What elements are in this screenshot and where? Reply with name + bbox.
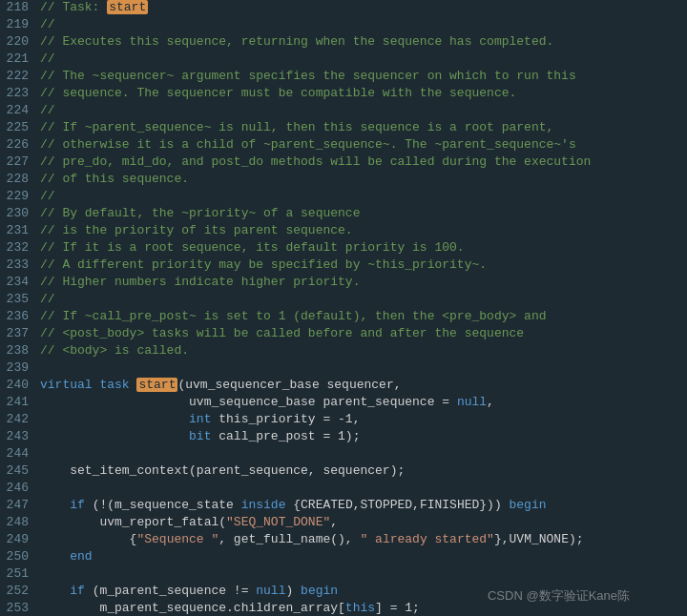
table-row: 232// If it is a root sequence, its defa… [0,240,687,257]
line-number: 232 [0,240,36,255]
line-number: 242 [0,412,36,426]
line-content: end [36,549,687,564]
line-content [36,360,687,375]
line-number: 221 [0,51,36,66]
line-number: 227 [0,154,36,169]
line-content: uvm_report_fatal("SEQ_NOT_DONE", [36,515,687,529]
line-number: 250 [0,549,36,564]
line-number: 229 [0,189,36,203]
line-number: 239 [0,360,36,375]
line-number: 240 [0,378,36,392]
code-editor: 218// Task: start219//220// Executes thi… [0,0,687,616]
line-number: 231 [0,223,36,237]
line-number: 225 [0,120,36,134]
line-number: 230 [0,206,36,220]
table-row: 218// Task: start [0,0,687,17]
line-content: // If ~parent_sequence~ is null, then th… [36,120,687,134]
table-row: 240virtual task start(uvm_sequencer_base… [0,378,687,395]
line-number: 235 [0,292,36,306]
table-row: 247 if (!(m_sequence_state inside {CREAT… [0,498,687,515]
line-content: // <post_body> tasks will be called befo… [36,326,687,340]
line-content: // If it is a root sequence, its default… [36,240,687,255]
table-row: 234// Higher numbers indicate higher pri… [0,275,687,292]
line-number: 248 [0,515,36,529]
line-content [36,481,687,495]
line-number: 251 [0,566,36,581]
line-content: // sequence. The sequencer must be compa… [36,86,687,100]
line-number: 236 [0,309,36,323]
table-row: 242 int this_priority = -1, [0,412,687,429]
line-content: // Higher numbers indicate higher priori… [36,275,687,289]
table-row: 241 uvm_sequence_base parent_sequence = … [0,395,687,412]
line-number: 233 [0,257,36,272]
table-row: 245 set_item_context(parent_sequence, se… [0,463,687,481]
line-content: uvm_sequence_base parent_sequence = null… [36,395,687,409]
code-lines: 218// Task: start219//220// Executes thi… [0,0,687,616]
line-content: if (m_parent_sequence != null) begin [36,584,687,598]
line-content: // pre_do, mid_do, and post_do methods w… [36,154,687,169]
line-number: 237 [0,326,36,340]
line-content: // A different priority may be specified… [36,257,687,272]
table-row: 223// sequence. The sequencer must be co… [0,86,687,103]
line-number: 218 [0,0,36,14]
table-row: 239 [0,360,687,378]
table-row: 222// The ~sequencer~ argument specifies… [0,69,687,86]
line-content: bit call_pre_post = 1); [36,429,687,443]
table-row: 246 [0,481,687,498]
table-row: 220// Executes this sequence, returning … [0,34,687,51]
line-number: 243 [0,429,36,443]
line-content: // [36,292,687,306]
line-content: {"Sequence ", get_full_name(), " already… [36,532,687,546]
table-row: 228// of this sequence. [0,172,687,189]
line-content: // If ~call_pre_post~ is set to 1 (defau… [36,309,687,323]
line-number: 226 [0,137,36,152]
table-row: 243 bit call_pre_post = 1); [0,429,687,446]
line-content: // The ~sequencer~ argument specifies th… [36,69,687,83]
table-row: 231// is the priority of its parent sequ… [0,223,687,240]
line-number: 241 [0,395,36,409]
table-row: 236// If ~call_pre_post~ is set to 1 (de… [0,309,687,326]
table-row: 238// <body> is called. [0,343,687,360]
table-row: 252 if (m_parent_sequence != null) begin [0,584,687,601]
line-number: 249 [0,532,36,546]
line-number: 252 [0,584,36,598]
line-content: // of this sequence. [36,172,687,186]
line-number: 234 [0,275,36,289]
table-row: 249 {"Sequence ", get_full_name(), " alr… [0,532,687,549]
line-number: 228 [0,172,36,186]
table-row: 248 uvm_report_fatal("SEQ_NOT_DONE", [0,515,687,532]
table-row: 221// [0,51,687,69]
table-row: 226// otherwise it is a child of ~parent… [0,137,687,154]
line-content: m_parent_sequence.children_array[this] =… [36,601,687,615]
table-row: 229// [0,189,687,206]
table-row: 233// A different priority may be specif… [0,257,687,275]
line-number: 246 [0,481,36,495]
table-row: 227// pre_do, mid_do, and post_do method… [0,154,687,172]
line-number: 247 [0,498,36,512]
line-content: // By default, the ~priority~ of a seque… [36,206,687,220]
line-number: 222 [0,69,36,83]
line-content: // [36,17,687,31]
table-row: 251 [0,566,687,584]
line-content: // Executes this sequence, returning whe… [36,34,687,49]
line-content: // <body> is called. [36,343,687,358]
line-content: // [36,51,687,66]
line-content: // otherwise it is a child of ~parent_se… [36,137,687,152]
line-content [36,566,687,581]
table-row: 230// By default, the ~priority~ of a se… [0,206,687,223]
line-number: 253 [0,601,36,615]
line-content: // is the priority of its parent sequenc… [36,223,687,237]
table-row: 253 m_parent_sequence.children_array[thi… [0,601,687,616]
table-row: 235// [0,292,687,309]
line-content: // [36,189,687,203]
table-row: 224// [0,103,687,120]
line-number: 245 [0,463,36,478]
table-row: 244 [0,446,687,463]
line-content: set_item_context(parent_sequence, sequen… [36,463,687,478]
line-content: // Task: start [36,0,687,14]
line-content: int this_priority = -1, [36,412,687,426]
line-content: if (!(m_sequence_state inside {CREATED,S… [36,498,687,512]
line-number: 220 [0,34,36,49]
line-content [36,446,687,461]
table-row: 225// If ~parent_sequence~ is null, then… [0,120,687,137]
